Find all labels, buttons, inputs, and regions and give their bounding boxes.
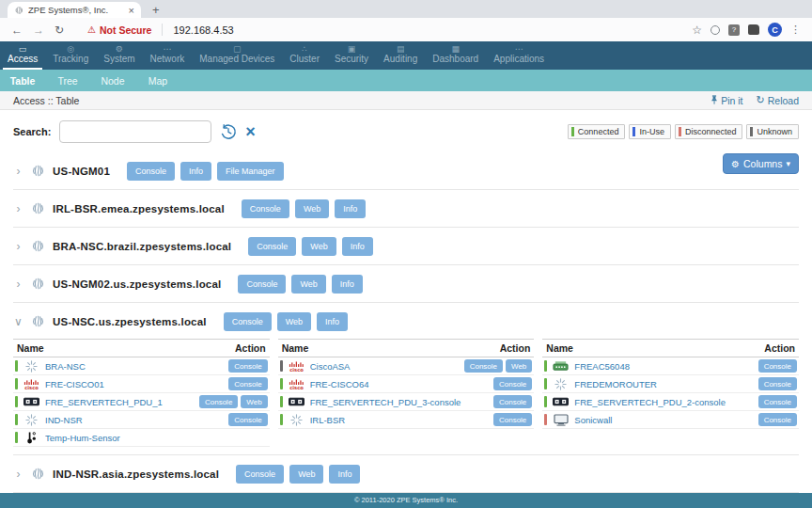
device-link[interactable]: BRA-NSC [45,361,221,372]
console-button[interactable]: Console [242,199,289,218]
info-button[interactable]: Info [180,162,211,181]
device-link[interactable]: FRE_SERVERTECH_PDU_3-console [310,397,486,407]
console-button[interactable]: Console [228,377,267,390]
group-actions: ConsoleWebInfo [232,275,362,294]
device-link[interactable]: FREDEMOROUTER [574,379,750,389]
search-input[interactable] [59,120,211,143]
nav-item-auditing[interactable]: ▤Auditing [376,46,425,70]
console-button[interactable]: Console [248,237,296,256]
bookmark-star-icon[interactable]: ☆ [692,24,702,37]
chevron-right-icon[interactable]: › [13,166,23,177]
device-link[interactable]: CiscoASA [310,361,457,372]
console-button[interactable]: Console [464,359,503,373]
nav-item-managed-devices[interactable]: ▢Managed Devices [192,46,282,70]
device-link[interactable]: IRL-BSR [310,415,486,425]
group-name: IRL-BSR.emea.zpesystems.local [53,203,225,214]
group-name: US-NSC.us.zpesystems.local [53,316,207,327]
chevron-right-icon[interactable]: › [13,278,23,290]
extension-circle-icon[interactable] [710,25,720,35]
extension-help-icon[interactable]: ? [728,24,740,36]
chevron-down-icon[interactable]: ∨ [13,316,23,327]
device-link[interactable]: FRE_SERVERTECH_PDU_2-console [574,397,750,407]
group-actions: ConsoleWebInfo [230,465,360,484]
extension-puzzle-icon[interactable] [748,24,759,35]
nav-item-security[interactable]: ▣Security [327,46,376,70]
status-in-use-bar [632,127,635,136]
legend-disconnected: Disconnected [675,124,743,139]
device-row: BRA-NSCConsole [13,357,270,375]
nav-item-access[interactable]: ▭Access [0,46,45,70]
subnav-item-map[interactable]: Map [135,75,180,87]
file-manager-button[interactable]: File Manager [217,162,284,181]
profile-avatar[interactable]: C [768,23,782,37]
device-link[interactable]: FRE_SERVERTECH_PDU_1 [45,397,192,407]
device-link[interactable]: Sonicwall [574,415,750,425]
chevron-right-icon[interactable]: › [13,203,23,214]
device-link[interactable]: Temp-Hum-Sensor [45,433,263,443]
console-button[interactable]: Console [758,377,797,390]
web-button[interactable]: Web [277,312,311,331]
footer-copyright: © 2011-2020 ZPE Systems® Inc. [0,493,812,508]
web-button[interactable]: Web [241,395,267,408]
console-button[interactable]: Console [236,465,284,484]
subnav-item-node[interactable]: Node [90,75,135,87]
browser-tab-strip: ZPE Systems®, Inc. × + [0,0,812,18]
clear-search-icon[interactable]: × [245,124,256,139]
address-bar-url[interactable]: 192.168.4.53 [173,24,233,36]
pin-it-button[interactable]: Pin it [710,95,742,106]
forward-icon[interactable]: → [33,24,44,37]
nav-item-cluster[interactable]: ∴Cluster [282,46,327,70]
device-link[interactable]: FRE-CISCO01 [45,379,221,389]
console-button[interactable]: Console [493,413,532,426]
device-link[interactable]: IND-NSR [45,415,221,425]
system-icon: ⚙ [116,46,123,53]
applications-icon: ⋯ [515,46,523,53]
browser-reload-icon[interactable]: ↻ [55,24,64,37]
web-button[interactable]: Web [289,465,323,484]
legend-label: Unknown [757,127,792,136]
web-button[interactable]: Web [506,359,532,373]
nav-item-dashboard[interactable]: ▦Dashboard [425,46,486,70]
info-button[interactable]: Info [329,465,360,484]
console-button[interactable]: Console [758,395,797,408]
info-button[interactable]: Info [335,199,366,218]
console-button[interactable]: Console [758,359,797,373]
browser-menu-icon[interactable]: ⋮ [790,24,801,36]
web-button[interactable]: Web [302,237,336,256]
console-button[interactable]: Console [228,413,267,426]
console-button[interactable]: Console [493,395,532,408]
browser-tab[interactable]: ZPE Systems®, Inc. × [8,2,141,18]
nav-item-network[interactable]: ⋯Network [143,46,193,70]
search-history-icon[interactable] [220,123,237,140]
device-link[interactable]: FREAC56048 [574,361,750,372]
device-link[interactable]: FRE-CISCO64 [310,379,486,389]
info-button[interactable]: Info [342,237,373,256]
nav-item-label: Security [335,54,368,64]
console-button[interactable]: Console [758,413,797,426]
back-icon[interactable]: ← [11,24,23,37]
tab-close-icon[interactable]: × [129,5,134,16]
status-connected-bar [571,127,574,136]
security-warning[interactable]: ⚠ Not Secure [87,24,151,36]
legend-connected: Connected [568,124,626,139]
nav-item-applications[interactable]: ⋯Applications [486,46,552,70]
columns-button[interactable]: ⚙ Columns ▾ [723,153,799,174]
web-button[interactable]: Web [295,199,329,218]
new-tab-button[interactable]: + [152,6,160,15]
info-button[interactable]: Info [317,312,348,331]
subnav-item-table[interactable]: Table [0,75,45,87]
console-button[interactable]: Console [238,275,286,294]
console-button[interactable]: Console [228,359,267,373]
console-button[interactable]: Console [127,162,175,181]
nav-item-system[interactable]: ⚙System [96,46,142,70]
info-button[interactable]: Info [332,275,363,294]
reload-button[interactable]: ↻ Reload [757,94,800,106]
chevron-right-icon[interactable]: › [13,468,23,480]
chevron-right-icon[interactable]: › [13,241,23,252]
console-button[interactable]: Console [493,377,532,390]
nav-item-tracking[interactable]: ◎Tracking [45,46,96,70]
web-button[interactable]: Web [291,275,325,294]
subnav-item-tree[interactable]: Tree [45,75,90,87]
console-button[interactable]: Console [199,395,238,408]
console-button[interactable]: Console [224,312,272,331]
